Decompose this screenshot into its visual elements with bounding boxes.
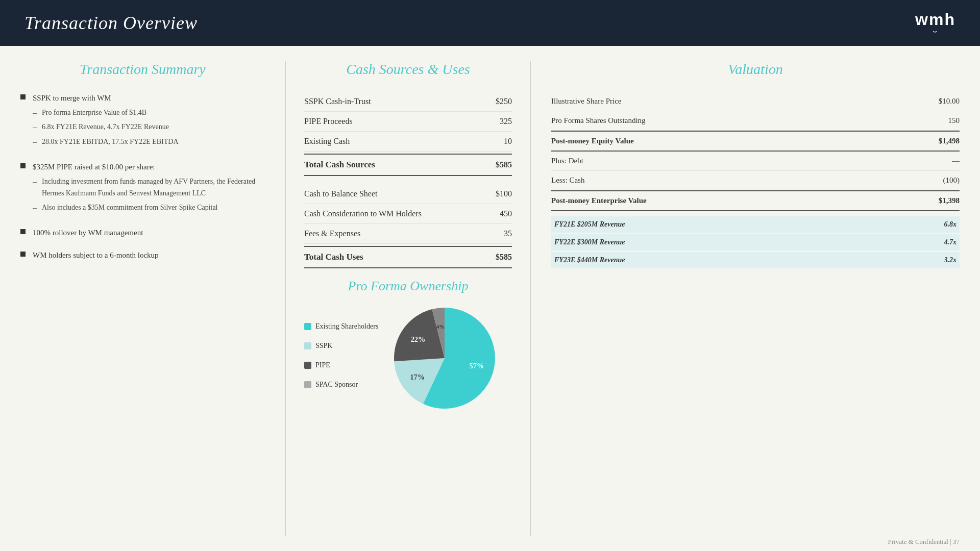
list-item: –Also includes a $35M commitment from Si…: [33, 202, 265, 213]
legend-item-sspk: SSPK: [304, 339, 378, 353]
val-row-fy22: FY22E $300M Revenue 4.7x: [551, 234, 960, 251]
ownership-legend: Existing Shareholders SSPK PIPE SPAC Spo…: [304, 319, 378, 397]
list-item: $325M PIPE raised at $10.00 per share: –…: [20, 161, 265, 216]
cash-title: Cash Sources & Uses: [304, 61, 512, 78]
valuation-title: Valuation: [551, 61, 960, 78]
cash-row-pipe: PIPE Proceeds 325: [304, 112, 512, 132]
svg-text:57%: 57%: [470, 362, 484, 370]
transaction-summary-panel: Transaction Summary SSPK to merge with W…: [20, 61, 286, 536]
transaction-summary-title: Transaction Summary: [20, 61, 265, 78]
list-item: –6.8x FY21E Revenue, 4.7x FY22E Revenue: [33, 121, 179, 133]
svg-text:22%: 22%: [411, 335, 426, 343]
total-cash-uses-row: Total Cash Uses $585: [304, 246, 512, 268]
bullet-icon: [20, 229, 26, 234]
page-title: Transaction Overview: [24, 12, 198, 34]
legend-color-spac: [304, 381, 311, 388]
cash-sources-uses-panel: Cash Sources & Uses SSPK Cash-in-Trust $…: [286, 61, 531, 536]
list-item: WM holders subject to a 6-month lockup: [20, 249, 265, 261]
legend-color-pipe: [304, 362, 311, 369]
valuation-panel: Valuation Illustrative Share Price $10.0…: [531, 61, 960, 536]
ownership-title: Pro Forma Ownership: [304, 279, 512, 294]
val-row-cash: Less: Cash (100): [551, 171, 960, 190]
val-row-shares-outstanding: Pro Forma Shares Outstanding 150: [551, 111, 960, 131]
footer: Private & Confidential | 37: [888, 538, 960, 546]
val-row-share-price: Illustrative Share Price $10.00: [551, 92, 960, 111]
bullet-text: 100% rollover by WM management: [33, 227, 143, 239]
val-row-equity-value: Post-money Equity Value $1,498: [551, 131, 960, 152]
cash-sources-section: SSPK Cash-in-Trust $250 PIPE Proceeds 32…: [304, 92, 512, 176]
ownership-content: Existing Shareholders SSPK PIPE SPAC Spo…: [304, 302, 512, 414]
legend-item-pipe: PIPE: [304, 358, 378, 372]
bullet-text: SSPK to merge with WM: [33, 94, 111, 102]
val-row-fy21: FY21E $205M Revenue 6.8x: [551, 216, 960, 233]
legend-color-existing: [304, 323, 311, 330]
bullet-icon: [20, 252, 26, 257]
legend-color-sspk: [304, 342, 311, 349]
list-item: SSPK to merge with WM –Pro forma Enterpr…: [20, 92, 265, 151]
total-cash-sources-row: Total Cash Sources $585: [304, 154, 512, 176]
svg-text:4%: 4%: [436, 323, 445, 330]
bullet-icon: [20, 163, 26, 168]
main-content: Transaction Summary SSPK to merge with W…: [0, 46, 980, 551]
list-item: –Including investment from funds managed…: [33, 176, 265, 199]
legend-item-existing: Existing Shareholders: [304, 319, 378, 334]
cash-row-fees: Fees & Expenses 35: [304, 224, 512, 244]
pie-chart: 57%17%22%4%: [388, 302, 501, 414]
wmh-logo: wmh ⌣: [915, 10, 955, 36]
legend-item-spac: SPAC Sponsor: [304, 378, 378, 392]
cash-row-trust: SSPK Cash-in-Trust $250: [304, 92, 512, 112]
cash-row-existing: Existing Cash 10: [304, 132, 512, 152]
pro-forma-ownership-section: Pro Forma Ownership Existing Shareholder…: [304, 279, 512, 414]
list-item: 100% rollover by WM management: [20, 227, 265, 239]
bullet-text: $325M PIPE raised at $10.00 per share:: [33, 163, 155, 171]
list-item: –Pro forma Enterprise Value of $1.4B: [33, 107, 179, 118]
cash-row-consideration: Cash Consideration to WM Holders 450: [304, 204, 512, 224]
header: Transaction Overview wmh ⌣: [0, 0, 980, 46]
bullet-icon: [20, 94, 26, 99]
cash-uses-section: Cash to Balance Sheet $100 Cash Consider…: [304, 184, 512, 268]
val-row-fy23: FY23E $440M Revenue 3.2x: [551, 252, 960, 268]
val-row-enterprise-value: Post-money Enterprise Value $1,398: [551, 190, 960, 211]
val-row-debt: Plus: Debt —: [551, 152, 960, 171]
cash-row-balance: Cash to Balance Sheet $100: [304, 184, 512, 204]
list-item: –28.0x FY21E EBITDA, 17.5x FY22E EBITDA: [33, 136, 179, 147]
summary-bullet-list: SSPK to merge with WM –Pro forma Enterpr…: [20, 92, 265, 261]
svg-text:17%: 17%: [410, 373, 425, 381]
bullet-text: WM holders subject to a 6-month lockup: [33, 249, 159, 261]
